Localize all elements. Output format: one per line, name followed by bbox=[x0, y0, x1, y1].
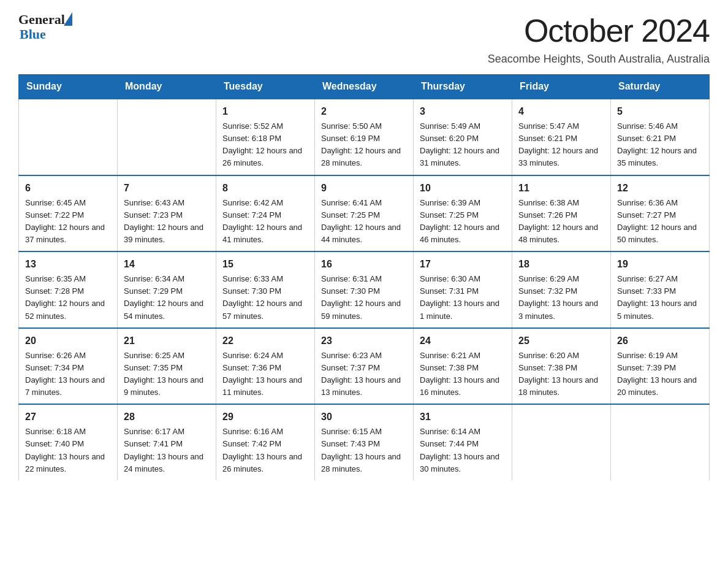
day-info: Sunrise: 6:42 AMSunset: 7:24 PMDaylight:… bbox=[222, 197, 308, 247]
calendar-cell: 26Sunrise: 6:19 AMSunset: 7:39 PMDayligh… bbox=[611, 328, 710, 405]
calendar-cell: 29Sunrise: 6:16 AMSunset: 7:42 PMDayligh… bbox=[216, 404, 315, 480]
calendar-cell: 25Sunrise: 6:20 AMSunset: 7:38 PMDayligh… bbox=[512, 328, 611, 405]
day-info: Sunrise: 6:31 AMSunset: 7:30 PMDaylight:… bbox=[321, 273, 407, 323]
day-number: 10 bbox=[420, 181, 506, 196]
day-number: 6 bbox=[25, 181, 111, 196]
calendar-cell: 9Sunrise: 6:41 AMSunset: 7:25 PMDaylight… bbox=[315, 175, 414, 252]
day-info: Sunrise: 6:30 AMSunset: 7:31 PMDaylight:… bbox=[420, 273, 506, 323]
calendar-cell bbox=[512, 404, 611, 480]
day-info: Sunrise: 6:15 AMSunset: 7:43 PMDaylight:… bbox=[321, 426, 407, 475]
calendar-cell: 1Sunrise: 5:52 AMSunset: 6:18 PMDaylight… bbox=[216, 99, 315, 175]
day-info: Sunrise: 6:41 AMSunset: 7:25 PMDaylight:… bbox=[321, 197, 407, 247]
calendar-cell: 8Sunrise: 6:42 AMSunset: 7:24 PMDaylight… bbox=[216, 175, 315, 252]
calendar-cell: 30Sunrise: 6:15 AMSunset: 7:43 PMDayligh… bbox=[315, 404, 414, 480]
calendar-cell: 19Sunrise: 6:27 AMSunset: 7:33 PMDayligh… bbox=[611, 251, 710, 328]
calendar-cell: 16Sunrise: 6:31 AMSunset: 7:30 PMDayligh… bbox=[315, 251, 414, 328]
day-info: Sunrise: 6:35 AMSunset: 7:28 PMDaylight:… bbox=[25, 273, 111, 323]
calendar-cell: 2Sunrise: 5:50 AMSunset: 6:19 PMDaylight… bbox=[315, 99, 414, 175]
day-number: 28 bbox=[124, 410, 210, 424]
day-number: 3 bbox=[420, 104, 506, 119]
day-of-week-header: Thursday bbox=[414, 75, 512, 99]
day-number: 9 bbox=[321, 181, 407, 196]
day-info: Sunrise: 5:49 AMSunset: 6:20 PMDaylight:… bbox=[420, 120, 506, 170]
calendar-cell bbox=[19, 99, 118, 175]
day-number: 21 bbox=[124, 334, 210, 348]
page-header: General Blue October 2024 bbox=[18, 12, 710, 49]
day-number: 17 bbox=[420, 257, 506, 272]
day-number: 5 bbox=[617, 104, 703, 119]
day-info: Sunrise: 6:45 AMSunset: 7:22 PMDaylight:… bbox=[25, 197, 111, 247]
day-number: 25 bbox=[518, 334, 604, 348]
day-of-week-header: Friday bbox=[512, 75, 611, 99]
day-info: Sunrise: 6:36 AMSunset: 7:27 PMDaylight:… bbox=[617, 197, 703, 247]
day-number: 22 bbox=[222, 334, 308, 348]
day-number: 16 bbox=[321, 257, 407, 272]
day-info: Sunrise: 5:46 AMSunset: 6:21 PMDaylight:… bbox=[617, 120, 703, 170]
day-number: 18 bbox=[518, 257, 604, 272]
page-title: October 2024 bbox=[524, 12, 710, 49]
day-number: 2 bbox=[321, 104, 407, 119]
day-of-week-header: Wednesday bbox=[315, 75, 414, 99]
calendar-header-row: SundayMondayTuesdayWednesdayThursdayFrid… bbox=[19, 75, 710, 99]
day-number: 12 bbox=[617, 181, 703, 196]
calendar-cell: 13Sunrise: 6:35 AMSunset: 7:28 PMDayligh… bbox=[19, 251, 118, 328]
day-info: Sunrise: 6:34 AMSunset: 7:29 PMDaylight:… bbox=[124, 273, 210, 323]
day-info: Sunrise: 6:17 AMSunset: 7:41 PMDaylight:… bbox=[124, 426, 210, 475]
calendar-cell: 22Sunrise: 6:24 AMSunset: 7:36 PMDayligh… bbox=[216, 328, 315, 405]
calendar-cell: 20Sunrise: 6:26 AMSunset: 7:34 PMDayligh… bbox=[19, 328, 118, 405]
logo-blue-text: Blue bbox=[20, 27, 72, 42]
day-number: 24 bbox=[420, 334, 506, 348]
calendar-week-row: 20Sunrise: 6:26 AMSunset: 7:34 PMDayligh… bbox=[19, 328, 710, 405]
day-info: Sunrise: 5:52 AMSunset: 6:18 PMDaylight:… bbox=[222, 120, 308, 170]
day-info: Sunrise: 6:16 AMSunset: 7:42 PMDaylight:… bbox=[222, 426, 308, 475]
day-info: Sunrise: 6:20 AMSunset: 7:38 PMDaylight:… bbox=[518, 350, 604, 399]
day-info: Sunrise: 5:47 AMSunset: 6:21 PMDaylight:… bbox=[518, 120, 604, 170]
day-info: Sunrise: 6:29 AMSunset: 7:32 PMDaylight:… bbox=[518, 273, 604, 323]
day-of-week-header: Monday bbox=[118, 75, 216, 99]
day-number: 7 bbox=[124, 181, 210, 196]
day-info: Sunrise: 6:19 AMSunset: 7:39 PMDaylight:… bbox=[617, 350, 703, 399]
title-block: October 2024 bbox=[524, 12, 710, 49]
calendar-table: SundayMondayTuesdayWednesdayThursdayFrid… bbox=[18, 74, 710, 480]
day-number: 31 bbox=[420, 410, 506, 424]
calendar-cell: 10Sunrise: 6:39 AMSunset: 7:25 PMDayligh… bbox=[414, 175, 512, 252]
day-info: Sunrise: 6:38 AMSunset: 7:26 PMDaylight:… bbox=[518, 197, 604, 247]
day-number: 26 bbox=[617, 334, 703, 348]
day-number: 30 bbox=[321, 410, 407, 424]
day-number: 29 bbox=[222, 410, 308, 424]
calendar-cell: 27Sunrise: 6:18 AMSunset: 7:40 PMDayligh… bbox=[19, 404, 118, 480]
calendar-cell: 6Sunrise: 6:45 AMSunset: 7:22 PMDaylight… bbox=[19, 175, 118, 252]
calendar-week-row: 13Sunrise: 6:35 AMSunset: 7:28 PMDayligh… bbox=[19, 251, 710, 328]
day-number: 27 bbox=[25, 410, 111, 424]
day-info: Sunrise: 6:33 AMSunset: 7:30 PMDaylight:… bbox=[222, 273, 308, 323]
calendar-cell: 24Sunrise: 6:21 AMSunset: 7:38 PMDayligh… bbox=[414, 328, 512, 405]
day-of-week-header: Saturday bbox=[611, 75, 710, 99]
day-info: Sunrise: 6:39 AMSunset: 7:25 PMDaylight:… bbox=[420, 197, 506, 247]
calendar-cell: 5Sunrise: 5:46 AMSunset: 6:21 PMDaylight… bbox=[611, 99, 710, 175]
day-number: 19 bbox=[617, 257, 703, 272]
calendar-cell: 12Sunrise: 6:36 AMSunset: 7:27 PMDayligh… bbox=[611, 175, 710, 252]
day-info: Sunrise: 6:43 AMSunset: 7:23 PMDaylight:… bbox=[124, 197, 210, 247]
calendar-week-row: 6Sunrise: 6:45 AMSunset: 7:22 PMDaylight… bbox=[19, 175, 710, 252]
calendar-cell: 3Sunrise: 5:49 AMSunset: 6:20 PMDaylight… bbox=[414, 99, 512, 175]
day-number: 15 bbox=[222, 257, 308, 272]
calendar-week-row: 27Sunrise: 6:18 AMSunset: 7:40 PMDayligh… bbox=[19, 404, 710, 480]
calendar-cell: 18Sunrise: 6:29 AMSunset: 7:32 PMDayligh… bbox=[512, 251, 611, 328]
calendar-cell: 17Sunrise: 6:30 AMSunset: 7:31 PMDayligh… bbox=[414, 251, 512, 328]
day-number: 1 bbox=[222, 104, 308, 119]
calendar-cell: 15Sunrise: 6:33 AMSunset: 7:30 PMDayligh… bbox=[216, 251, 315, 328]
day-number: 11 bbox=[518, 181, 604, 196]
day-info: Sunrise: 6:24 AMSunset: 7:36 PMDaylight:… bbox=[222, 350, 308, 399]
calendar-cell: 28Sunrise: 6:17 AMSunset: 7:41 PMDayligh… bbox=[118, 404, 216, 480]
day-info: Sunrise: 6:25 AMSunset: 7:35 PMDaylight:… bbox=[124, 350, 210, 399]
calendar-cell bbox=[118, 99, 216, 175]
logo: General Blue bbox=[18, 12, 72, 42]
day-info: Sunrise: 6:21 AMSunset: 7:38 PMDaylight:… bbox=[420, 350, 506, 399]
calendar-cell: 31Sunrise: 6:14 AMSunset: 7:44 PMDayligh… bbox=[414, 404, 512, 480]
calendar-cell: 14Sunrise: 6:34 AMSunset: 7:29 PMDayligh… bbox=[118, 251, 216, 328]
calendar-cell bbox=[611, 404, 710, 480]
calendar-cell: 4Sunrise: 5:47 AMSunset: 6:21 PMDaylight… bbox=[512, 99, 611, 175]
day-info: Sunrise: 6:23 AMSunset: 7:37 PMDaylight:… bbox=[321, 350, 407, 399]
day-info: Sunrise: 6:18 AMSunset: 7:40 PMDaylight:… bbox=[25, 426, 111, 475]
day-info: Sunrise: 6:14 AMSunset: 7:44 PMDaylight:… bbox=[420, 426, 506, 475]
